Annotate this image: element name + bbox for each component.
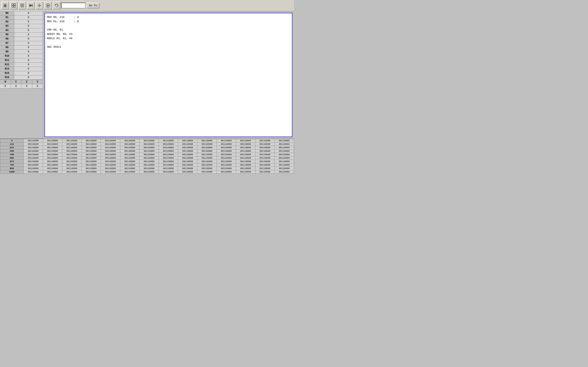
reg-value-r13: 0 — [14, 67, 43, 71]
memory-cell: 00110000 — [81, 170, 101, 174]
memory-cell: 00110000 — [43, 167, 62, 170]
memory-cell: 00110000 — [101, 167, 120, 170]
memory-cell: 00110000 — [120, 156, 139, 160]
reg-value-r11: 0 — [14, 58, 43, 62]
memory-row: 2240011000000110000001100000011000000110… — [0, 146, 294, 150]
memory-cell: 00110000 — [101, 146, 120, 150]
memory-cell: 00110000 — [198, 146, 217, 150]
memory-cell: 00110000 — [236, 156, 255, 160]
memory-cell: 00110000 — [62, 170, 82, 174]
memory-cell: 00110000 — [159, 156, 178, 160]
memory-cell: 00110000 — [217, 146, 236, 150]
register-row-r1: R10 — [0, 16, 43, 20]
memory-cell: 00110000 — [62, 160, 82, 163]
memory-cell: 00110000 — [159, 167, 178, 170]
memory-address: 112 — [0, 142, 24, 146]
goto-button[interactable]: Go To — [86, 3, 99, 8]
memory-cell: 00110000 — [236, 146, 255, 150]
register-row-r13: R130 — [0, 67, 43, 71]
flags-values-row: 0 0 0 0 — [0, 84, 43, 89]
svg-rect-4 — [12, 6, 13, 7]
play-button[interactable] — [44, 2, 52, 9]
memory-cell: 00110000 — [139, 167, 159, 170]
memory-cell: 00110000 — [255, 150, 275, 153]
memory-cell: 00110000 — [81, 160, 101, 163]
reg-name-r5: R5 — [0, 33, 14, 37]
memory-cell: 00110000 — [43, 146, 62, 150]
memory-cell: 00110000 — [139, 142, 159, 146]
reg-value-r9: 0 — [14, 50, 43, 54]
memory-cell: 00110000 — [198, 142, 217, 146]
memory-cell: 00110000 — [101, 163, 120, 167]
memory-cell: 00110000 — [275, 146, 294, 150]
reg-name-r12: R12 — [0, 63, 14, 67]
memory-cell: 00110000 — [217, 142, 236, 146]
flag-z-value: 0 — [21, 84, 32, 88]
memory-cell: 00110000 — [101, 150, 120, 153]
flags-section: N C Z V 0 0 0 0 — [0, 80, 43, 89]
flag-v-value: 0 — [32, 84, 43, 88]
memory-cell: 00110000 — [101, 139, 120, 142]
flag-n-header: N — [0, 80, 11, 84]
memory-row: 3360011000000110000001100000011000000110… — [0, 150, 294, 153]
memory-cell: 00110000 — [275, 150, 294, 153]
flag-v-header: V — [32, 80, 43, 84]
memory-address: 336 — [0, 150, 24, 153]
flag-z-header: Z — [21, 80, 32, 84]
memory-cell: 00110000 — [43, 150, 62, 153]
memory-cell: 00110000 — [236, 160, 255, 163]
reg-name-r2: R2 — [0, 20, 14, 24]
svg-rect-3 — [14, 4, 16, 5]
chip-button[interactable] — [18, 2, 26, 9]
memory-address: 1008 — [0, 170, 24, 174]
memory-cell: 00110000 — [275, 167, 294, 170]
refresh-button[interactable] — [53, 2, 61, 9]
home-button[interactable] — [1, 2, 9, 9]
memory-cell: 00110000 — [255, 160, 275, 163]
memory-address: 672 — [0, 160, 24, 163]
memory-cell: 00110000 — [139, 153, 159, 156]
memory-cell: 00110000 — [120, 160, 139, 163]
memory-cell: 00110000 — [24, 156, 43, 160]
flags-header-row: N C Z V — [0, 80, 43, 84]
memory-cell: 00110000 — [178, 139, 198, 142]
memory-cell: 00110000 — [255, 170, 275, 174]
memory-cell: 00110000 — [217, 150, 236, 153]
memory-address: 784 — [0, 163, 24, 167]
register-row-r4: R40 — [0, 28, 43, 33]
memory-cell: 00110000 — [81, 150, 101, 153]
memory-cell: 00110000 — [159, 150, 178, 153]
reg-name-r15: R15 — [0, 75, 14, 80]
memory-cell: 00110000 — [236, 139, 255, 142]
memory-cell: 00110000 — [275, 156, 294, 160]
memory-cell: 00110000 — [255, 142, 275, 146]
forward-button[interactable] — [27, 2, 35, 9]
memory-cell: 00110000 — [275, 153, 294, 156]
reg-name-r11: R11 — [0, 58, 14, 62]
memory-cell: 00110000 — [24, 167, 43, 170]
memory-row: 8960011000000110000001100000011000000110… — [0, 167, 294, 170]
reg-value-r14: 0 — [14, 71, 43, 75]
grid-button[interactable] — [10, 2, 17, 9]
reg-name-r3: R3 — [0, 24, 14, 28]
reg-value-r1: 0 — [14, 16, 43, 20]
memory-cell: 00110000 — [81, 156, 101, 160]
memory-cell: 00110000 — [139, 163, 159, 167]
memory-cell: 00110000 — [198, 139, 217, 142]
goto-input[interactable] — [61, 3, 86, 8]
memory-row: 6720011000000110000001100000011000000110… — [0, 160, 294, 163]
code-editor[interactable]: MOV R0, #10 ; A MOV R1, #10 ; B CMP R0, … — [44, 13, 292, 137]
memory-table: 0001100000011000000110000001100000011000… — [0, 139, 294, 174]
memory-address: 560 — [0, 156, 24, 160]
memory-cell: 00110000 — [101, 156, 120, 160]
memory-cell: 00110000 — [255, 153, 275, 156]
settings-button[interactable] — [35, 2, 43, 9]
svg-rect-7 — [21, 5, 23, 6]
memory-cell: 00110000 — [43, 139, 62, 142]
memory-cell: 00110000 — [101, 170, 120, 174]
memory-cell: 00110000 — [43, 153, 62, 156]
register-row-r10: R100 — [0, 54, 43, 58]
memory-cell: 00110000 — [178, 153, 198, 156]
reg-value-r8: 0 — [14, 45, 43, 50]
svg-rect-2 — [12, 4, 13, 5]
